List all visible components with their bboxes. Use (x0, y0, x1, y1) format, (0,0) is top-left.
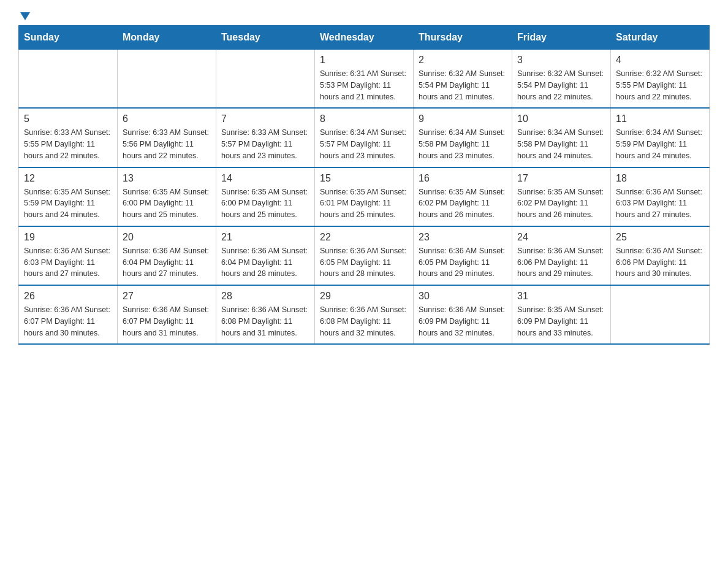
day-info: Sunrise: 6:36 AM Sunset: 6:07 PM Dayligh… (123, 304, 211, 339)
day-number: 9 (419, 113, 507, 124)
column-header-saturday: Saturday (611, 26, 710, 50)
calendar-body: 1Sunrise: 6:31 AM Sunset: 5:53 PM Daylig… (19, 50, 710, 345)
day-number: 16 (419, 173, 507, 184)
calendar-cell: 4Sunrise: 6:32 AM Sunset: 5:55 PM Daylig… (611, 50, 710, 109)
day-info: Sunrise: 6:36 AM Sunset: 6:07 PM Dayligh… (24, 304, 112, 339)
day-number: 7 (221, 113, 309, 124)
week-row-3: 19Sunrise: 6:36 AM Sunset: 6:03 PM Dayli… (19, 226, 710, 285)
calendar-header: SundayMondayTuesdayWednesdayThursdayFrid… (19, 26, 710, 50)
day-number: 5 (24, 113, 112, 124)
day-info: Sunrise: 6:36 AM Sunset: 6:08 PM Dayligh… (221, 304, 309, 339)
day-info: Sunrise: 6:32 AM Sunset: 5:54 PM Dayligh… (419, 68, 507, 102)
day-number: 24 (517, 232, 605, 243)
day-number: 26 (24, 291, 112, 302)
calendar-cell: 27Sunrise: 6:36 AM Sunset: 6:07 PM Dayli… (118, 285, 216, 344)
day-info: Sunrise: 6:33 AM Sunset: 5:55 PM Dayligh… (24, 127, 112, 161)
day-number: 2 (419, 55, 507, 66)
page-header (18, 12, 710, 19)
calendar-cell (19, 50, 118, 109)
day-info: Sunrise: 6:36 AM Sunset: 6:04 PM Dayligh… (123, 245, 211, 280)
day-info: Sunrise: 6:32 AM Sunset: 5:54 PM Dayligh… (517, 68, 605, 102)
day-number: 31 (517, 291, 605, 302)
day-info: Sunrise: 6:35 AM Sunset: 5:59 PM Dayligh… (24, 186, 112, 221)
day-info: Sunrise: 6:34 AM Sunset: 5:58 PM Dayligh… (517, 127, 605, 161)
day-info: Sunrise: 6:34 AM Sunset: 5:59 PM Dayligh… (616, 127, 704, 161)
column-header-thursday: Thursday (414, 26, 512, 50)
day-number: 1 (320, 55, 408, 66)
calendar-cell: 8Sunrise: 6:34 AM Sunset: 5:57 PM Daylig… (315, 108, 414, 167)
day-info: Sunrise: 6:35 AM Sunset: 6:02 PM Dayligh… (517, 186, 605, 221)
day-number: 23 (419, 232, 507, 243)
calendar-cell: 10Sunrise: 6:34 AM Sunset: 5:58 PM Dayli… (512, 108, 611, 167)
calendar-cell: 29Sunrise: 6:36 AM Sunset: 6:08 PM Dayli… (315, 285, 414, 344)
column-header-sunday: Sunday (19, 26, 118, 50)
header-row: SundayMondayTuesdayWednesdayThursdayFrid… (19, 26, 710, 50)
day-number: 29 (320, 291, 408, 302)
day-info: Sunrise: 6:36 AM Sunset: 6:03 PM Dayligh… (616, 186, 704, 221)
calendar-cell: 7Sunrise: 6:33 AM Sunset: 5:57 PM Daylig… (216, 108, 315, 167)
day-info: Sunrise: 6:36 AM Sunset: 6:05 PM Dayligh… (419, 245, 507, 280)
calendar-cell: 14Sunrise: 6:35 AM Sunset: 6:00 PM Dayli… (216, 167, 315, 226)
day-number: 22 (320, 232, 408, 243)
calendar-cell (118, 50, 216, 109)
day-info: Sunrise: 6:35 AM Sunset: 6:02 PM Dayligh… (419, 186, 507, 221)
calendar-cell: 20Sunrise: 6:36 AM Sunset: 6:04 PM Dayli… (118, 226, 216, 285)
day-info: Sunrise: 6:36 AM Sunset: 6:05 PM Dayligh… (320, 245, 408, 280)
calendar-cell: 13Sunrise: 6:35 AM Sunset: 6:00 PM Dayli… (118, 167, 216, 226)
day-number: 11 (616, 113, 704, 124)
day-info: Sunrise: 6:34 AM Sunset: 5:57 PM Dayligh… (320, 127, 408, 161)
calendar-cell: 1Sunrise: 6:31 AM Sunset: 5:53 PM Daylig… (315, 50, 414, 109)
day-number: 30 (419, 291, 507, 302)
calendar-cell: 28Sunrise: 6:36 AM Sunset: 6:08 PM Dayli… (216, 285, 315, 344)
day-info: Sunrise: 6:35 AM Sunset: 6:09 PM Dayligh… (517, 304, 605, 339)
calendar-cell: 23Sunrise: 6:36 AM Sunset: 6:05 PM Dayli… (414, 226, 512, 285)
calendar-cell: 5Sunrise: 6:33 AM Sunset: 5:55 PM Daylig… (19, 108, 118, 167)
day-number: 6 (123, 113, 211, 124)
day-info: Sunrise: 6:34 AM Sunset: 5:58 PM Dayligh… (419, 127, 507, 161)
week-row-4: 26Sunrise: 6:36 AM Sunset: 6:07 PM Dayli… (19, 285, 710, 344)
calendar-cell: 17Sunrise: 6:35 AM Sunset: 6:02 PM Dayli… (512, 167, 611, 226)
calendar-cell: 24Sunrise: 6:36 AM Sunset: 6:06 PM Dayli… (512, 226, 611, 285)
day-number: 19 (24, 232, 112, 243)
day-number: 21 (221, 232, 309, 243)
day-info: Sunrise: 6:36 AM Sunset: 6:06 PM Dayligh… (517, 245, 605, 280)
week-row-1: 5Sunrise: 6:33 AM Sunset: 5:55 PM Daylig… (19, 108, 710, 167)
day-number: 13 (123, 173, 211, 184)
column-header-monday: Monday (118, 26, 216, 50)
week-row-2: 12Sunrise: 6:35 AM Sunset: 5:59 PM Dayli… (19, 167, 710, 226)
calendar-cell: 25Sunrise: 6:36 AM Sunset: 6:06 PM Dayli… (611, 226, 710, 285)
day-number: 15 (320, 173, 408, 184)
logo (18, 12, 30, 19)
calendar-cell: 2Sunrise: 6:32 AM Sunset: 5:54 PM Daylig… (414, 50, 512, 109)
calendar-cell: 22Sunrise: 6:36 AM Sunset: 6:05 PM Dayli… (315, 226, 414, 285)
week-row-0: 1Sunrise: 6:31 AM Sunset: 5:53 PM Daylig… (19, 50, 710, 109)
day-number: 3 (517, 55, 605, 66)
day-number: 17 (517, 173, 605, 184)
day-info: Sunrise: 6:36 AM Sunset: 6:04 PM Dayligh… (221, 245, 309, 280)
calendar-cell: 18Sunrise: 6:36 AM Sunset: 6:03 PM Dayli… (611, 167, 710, 226)
day-info: Sunrise: 6:36 AM Sunset: 6:09 PM Dayligh… (419, 304, 507, 339)
day-info: Sunrise: 6:31 AM Sunset: 5:53 PM Dayligh… (320, 68, 408, 102)
day-number: 12 (24, 173, 112, 184)
day-info: Sunrise: 6:35 AM Sunset: 6:01 PM Dayligh… (320, 186, 408, 221)
day-number: 14 (221, 173, 309, 184)
calendar-cell: 21Sunrise: 6:36 AM Sunset: 6:04 PM Dayli… (216, 226, 315, 285)
day-info: Sunrise: 6:36 AM Sunset: 6:06 PM Dayligh… (616, 245, 704, 280)
day-info: Sunrise: 6:36 AM Sunset: 6:08 PM Dayligh… (320, 304, 408, 339)
day-info: Sunrise: 6:33 AM Sunset: 5:56 PM Dayligh… (123, 127, 211, 161)
calendar-table: SundayMondayTuesdayWednesdayThursdayFrid… (18, 25, 710, 345)
day-info: Sunrise: 6:33 AM Sunset: 5:57 PM Dayligh… (221, 127, 309, 161)
day-number: 27 (123, 291, 211, 302)
day-number: 8 (320, 113, 408, 124)
day-number: 20 (123, 232, 211, 243)
day-number: 18 (616, 173, 704, 184)
day-info: Sunrise: 6:32 AM Sunset: 5:55 PM Dayligh… (616, 68, 704, 102)
calendar-cell: 15Sunrise: 6:35 AM Sunset: 6:01 PM Dayli… (315, 167, 414, 226)
calendar-cell (216, 50, 315, 109)
day-number: 10 (517, 113, 605, 124)
column-header-friday: Friday (512, 26, 611, 50)
day-info: Sunrise: 6:35 AM Sunset: 6:00 PM Dayligh… (123, 186, 211, 221)
calendar-cell: 3Sunrise: 6:32 AM Sunset: 5:54 PM Daylig… (512, 50, 611, 109)
calendar-cell: 30Sunrise: 6:36 AM Sunset: 6:09 PM Dayli… (414, 285, 512, 344)
day-info: Sunrise: 6:36 AM Sunset: 6:03 PM Dayligh… (24, 245, 112, 280)
